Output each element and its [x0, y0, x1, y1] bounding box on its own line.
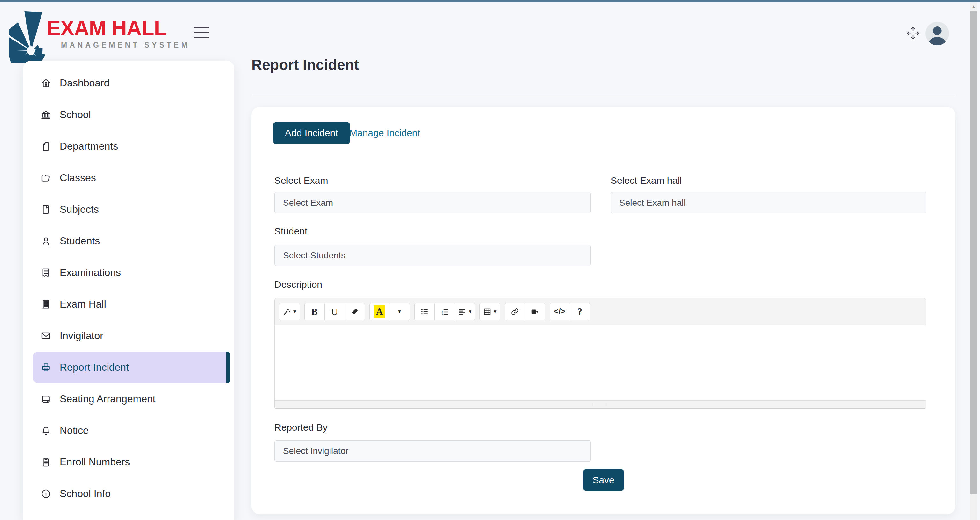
sidebar-item-label: Invigilator — [60, 330, 103, 342]
sidebar-item-label: Examinations — [60, 267, 121, 278]
resize-grip-icon — [594, 403, 606, 406]
table-icon — [483, 307, 491, 316]
sidebar-item-label: Enroll Numbers — [60, 456, 130, 468]
editor-content-area[interactable] — [275, 325, 926, 401]
code-view-glyph: </> — [554, 307, 566, 316]
sidebar-item-departments[interactable]: Departments — [23, 130, 234, 162]
file-icon — [40, 141, 51, 152]
title-divider — [251, 95, 955, 95]
insert-group — [505, 303, 545, 320]
user-avatar[interactable] — [926, 22, 949, 45]
magic-style-button[interactable]: ▾ — [279, 303, 300, 320]
tab-add-incident[interactable]: Add Incident — [273, 122, 350, 144]
help-button[interactable]: ? — [570, 303, 590, 320]
table-button[interactable]: ▾ — [479, 303, 500, 320]
folder-icon — [40, 173, 51, 183]
select-exam-input[interactable] — [274, 192, 591, 213]
select-exam-hall-input[interactable] — [611, 192, 926, 213]
sidebar-item-label: Notice — [60, 425, 89, 436]
sidebar-item-students[interactable]: Students — [23, 225, 234, 257]
font-color-dropdown[interactable]: ▾ — [390, 303, 410, 320]
student-label: Student — [274, 226, 307, 237]
printer-icon — [40, 362, 51, 373]
sidebar-item-label: Exam Hall — [60, 298, 106, 310]
link-icon — [511, 307, 519, 316]
sidebar-item-classes[interactable]: Classes — [23, 162, 234, 194]
select-exam-label: Select Exam — [274, 175, 328, 186]
bold-glyph: B — [311, 306, 318, 317]
page-scrollbar[interactable]: ▲ — [970, 0, 977, 520]
list-group: 123 ▾ — [414, 303, 475, 320]
app-subtitle: MANAGEMENT SYSTEM — [61, 41, 190, 49]
table-group: ▾ — [479, 303, 500, 320]
bold-button[interactable]: B — [304, 303, 325, 320]
scrollbar-up-arrow[interactable]: ▲ — [970, 3, 977, 11]
chevron-down-icon: ▾ — [469, 309, 472, 314]
clipboard-icon — [40, 457, 51, 468]
underline-button[interactable]: U — [325, 303, 345, 320]
save-button[interactable]: Save — [583, 469, 624, 491]
paragraph-align-button[interactable]: ▾ — [455, 303, 475, 320]
sidebar-item-dashboard[interactable]: Dashboard — [23, 67, 234, 99]
sidebar-item-seating-arrangement[interactable]: Seating Arrangement — [23, 383, 234, 415]
reported-by-label: Reported By — [274, 422, 328, 433]
svg-text:3: 3 — [441, 313, 443, 315]
link-button[interactable] — [505, 303, 525, 320]
top-accent-line — [0, 0, 980, 2]
person-icon — [40, 236, 51, 246]
page-title: Report Incident — [251, 56, 359, 73]
unordered-list-icon — [420, 307, 429, 316]
sidebar-item-report-incident[interactable]: Report Incident — [33, 351, 230, 383]
tab-manage-incident[interactable]: Manage Incident — [349, 122, 420, 144]
sidebar-item-label: Subjects — [60, 204, 99, 215]
scrollbar-thumb[interactable] — [970, 11, 977, 493]
video-button[interactable] — [525, 303, 545, 320]
sidebar-item-subjects[interactable]: Subjects — [23, 194, 234, 225]
fullscreen-icon[interactable] — [905, 25, 921, 41]
code-view-button[interactable]: </> — [550, 303, 570, 320]
sidebar-item-label: Departments — [60, 140, 118, 152]
chevron-down-icon: ▾ — [494, 309, 497, 314]
ordered-list-button[interactable]: 123 — [434, 303, 455, 320]
editor-resize-bar[interactable] — [275, 401, 926, 409]
exam-hall-app: { "app": { "logo_title": "EXAM HALL", "l… — [0, 0, 980, 520]
sidebar-item-notice[interactable]: Notice — [23, 415, 234, 446]
clear-format-button[interactable] — [345, 303, 365, 320]
color-group: A ▾ — [369, 303, 410, 320]
receipt-icon — [40, 267, 51, 278]
sidebar-item-enroll-numbers[interactable]: Enroll Numbers — [23, 446, 234, 478]
sidebar-item-invigilator[interactable]: Invigilator — [23, 320, 234, 351]
magic-wand-icon — [283, 307, 291, 316]
sidebar: Dashboard School Departments Classes Sub… — [23, 60, 234, 520]
font-color-button[interactable]: A — [369, 303, 390, 320]
chevron-down-icon: ▾ — [293, 309, 296, 314]
unordered-list-button[interactable] — [414, 303, 435, 320]
sidebar-item-exam-hall[interactable]: Exam Hall — [23, 288, 234, 320]
underline-glyph: U — [331, 306, 338, 317]
student-input[interactable] — [274, 245, 591, 266]
eraser-icon — [351, 307, 359, 316]
reported-by-input[interactable] — [274, 440, 591, 462]
font-group: B U — [304, 303, 365, 320]
sidebar-item-label: Seating Arrangement — [60, 393, 156, 405]
help-glyph: ? — [578, 306, 582, 317]
style-group: ▾ — [279, 303, 300, 320]
app-title: EXAM HALL — [46, 16, 167, 40]
info-icon — [40, 488, 51, 499]
sidebar-item-label: School — [60, 109, 91, 121]
sidebar-item-label: Classes — [60, 172, 96, 184]
book-icon — [40, 204, 51, 215]
sidebar-item-school-info[interactable]: School Info — [23, 478, 234, 509]
sidebar-item-examinations[interactable]: Examinations — [23, 257, 234, 288]
bank-icon — [40, 110, 51, 120]
sidebar-item-label: Students — [60, 235, 100, 247]
hamburger-icon[interactable] — [194, 27, 209, 40]
font-color-glyph: A — [374, 305, 385, 317]
video-icon — [531, 307, 539, 316]
sidebar-item-label: Report Incident — [60, 361, 129, 373]
editor-toolbar: ▾ B U A — [275, 298, 926, 325]
drive-icon — [40, 394, 51, 404]
envelope-icon — [40, 331, 51, 341]
sidebar-item-school[interactable]: School — [23, 99, 234, 130]
report-incident-card: Add Incident Manage Incident Select Exam… — [251, 107, 955, 514]
